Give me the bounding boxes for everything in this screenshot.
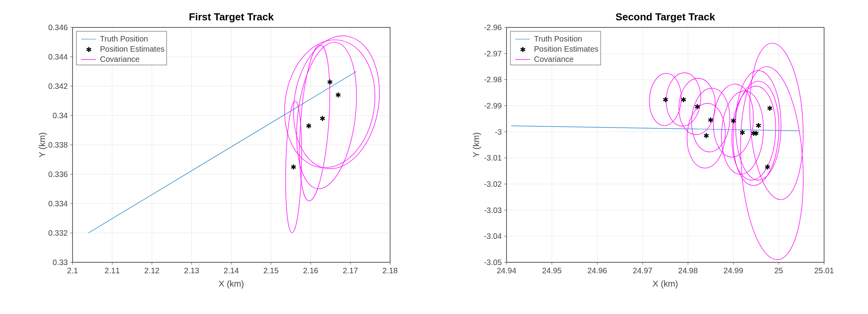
- chart-first-target: First Target Track2.12.112.122.132.142.1…: [0, 0, 434, 314]
- y-tick-label: 0.336: [48, 170, 68, 179]
- chart-title: First Target Track: [189, 11, 274, 23]
- position-estimate-marker: ✱: [755, 122, 761, 130]
- x-tick-label: 24.97: [633, 266, 652, 275]
- x-tick-label: 25.01: [814, 266, 834, 275]
- y-tick-label: -2.96: [484, 23, 502, 32]
- x-tick-label: 2.18: [383, 266, 398, 275]
- y-axis-label: Y (km): [37, 132, 47, 157]
- y-tick-label: -3.03: [484, 206, 502, 215]
- x-tick-label: 24.96: [587, 266, 607, 275]
- x-tick-label: 2.14: [224, 266, 239, 275]
- y-tick-label: -3: [495, 128, 502, 136]
- x-tick-label: 2.16: [303, 266, 318, 275]
- x-tick-label: 2.13: [184, 266, 199, 275]
- y-tick-label: -2.99: [484, 101, 502, 110]
- x-tick-label: 2.12: [144, 266, 160, 275]
- x-tick-label: 24.98: [678, 266, 698, 275]
- position-estimate-marker: ✱: [291, 163, 296, 171]
- y-tick-label: 0.332: [48, 229, 68, 237]
- svg-text:✱: ✱: [86, 46, 92, 54]
- legend-item: Truth Position: [100, 34, 148, 43]
- y-tick-label: -2.98: [484, 75, 502, 84]
- legend-item: Position Estimates: [100, 45, 165, 53]
- y-tick-label: -3.02: [484, 180, 502, 188]
- legend-item: Position Estimates: [534, 45, 599, 53]
- position-estimate-marker: ✱: [767, 105, 773, 112]
- x-tick-label: 24.94: [497, 266, 516, 275]
- y-tick-label: -3.01: [484, 153, 502, 162]
- y-tick-label: -3.04: [484, 232, 502, 240]
- position-estimate-marker: ✱: [694, 103, 700, 111]
- legend-item: Truth Position: [534, 34, 582, 43]
- y-tick-label: 0.338: [48, 141, 68, 149]
- position-estimate-marker: ✱: [764, 163, 770, 171]
- y-tick-label: 0.344: [48, 52, 68, 61]
- y-tick-label: 0.334: [48, 199, 68, 208]
- chart-second-target: Second Target Track24.9424.9524.9624.972…: [434, 0, 868, 314]
- y-tick-label: 0.34: [53, 111, 68, 120]
- x-tick-label: 2.1: [67, 266, 78, 275]
- position-estimate-marker: ✱: [730, 117, 736, 125]
- x-tick-label: 2.17: [343, 266, 358, 275]
- legend-item: Covariance: [534, 55, 574, 63]
- y-tick-label: 0.342: [48, 82, 68, 90]
- position-estimate-marker: ✱: [708, 116, 714, 124]
- position-estimate-marker: ✱: [753, 130, 759, 137]
- y-tick-label: 0.346: [48, 23, 68, 32]
- legend: Truth Position✱Position EstimatesCovaria…: [76, 31, 167, 65]
- x-tick-label: 24.99: [724, 266, 743, 275]
- x-tick-label: 2.15: [263, 266, 279, 275]
- y-tick-label: 0.33: [53, 258, 68, 267]
- x-axis-label: X (km): [219, 279, 244, 289]
- y-axis-label: Y (km): [471, 132, 481, 157]
- y-tick-label: -3.05: [484, 258, 502, 267]
- position-estimate-marker: ✱: [703, 132, 709, 140]
- position-estimate-marker: ✱: [335, 91, 341, 99]
- x-tick-label: 24.95: [542, 266, 562, 275]
- position-estimate-marker: ✱: [663, 96, 668, 104]
- x-axis-label: X (km): [653, 279, 678, 289]
- svg-text:✱: ✱: [520, 46, 526, 54]
- legend-item: Covariance: [100, 55, 140, 63]
- position-estimate-marker: ✱: [320, 115, 325, 123]
- x-tick-label: 25: [774, 266, 783, 275]
- position-estimate-marker: ✱: [306, 122, 312, 130]
- x-tick-label: 2.11: [105, 266, 120, 275]
- position-estimate-marker: ✱: [681, 96, 686, 104]
- position-estimate-marker: ✱: [739, 129, 745, 137]
- y-tick-label: -2.97: [484, 49, 502, 58]
- chart-title: Second Target Track: [616, 11, 715, 23]
- legend: Truth Position✱Position EstimatesCovaria…: [510, 31, 601, 65]
- position-estimate-marker: ✱: [327, 78, 333, 86]
